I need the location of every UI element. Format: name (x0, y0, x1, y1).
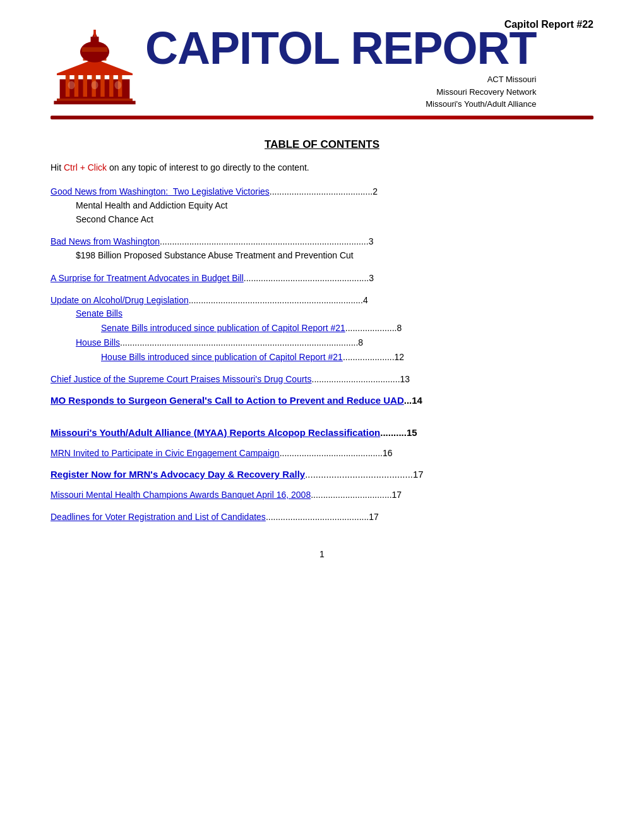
toc-link-9[interactable]: Register Now for MRN's Advocacy Day & Re… (51, 469, 305, 480)
toc-page-10: 17 (392, 490, 402, 500)
toc-link-6[interactable]: MO Responds to Surgeon General's Call to… (51, 395, 404, 406)
toc-entry-1: Good News from Washington: Two Legislati… (51, 185, 593, 227)
toc-dots-1: ........................................… (270, 186, 373, 196)
red-divider (51, 116, 593, 119)
toc-sub-1: Mental Health and Addiction Equity Act S… (76, 198, 593, 227)
instruction-after: on any topic of interest to go directly … (107, 162, 309, 172)
toc-dots-5: .................................... (312, 374, 400, 384)
page-number: 1 (51, 549, 593, 559)
toc-entry-5: Chief Justice of the Supreme Court Prais… (51, 373, 593, 386)
svg-rect-14 (93, 30, 96, 37)
svg-rect-6 (109, 73, 113, 97)
toc-link-7[interactable]: Missouri's Youth/Adult Alliance (MYAA) R… (51, 427, 380, 438)
toc-entry-6: MO Responds to Surgeon General's Call to… (51, 395, 593, 406)
svg-rect-11 (82, 47, 108, 52)
svg-point-17 (68, 81, 75, 89)
instruction-before: Hit (51, 162, 64, 172)
toc-entry-7: Missouri's Youth/Adult Alliance (MYAA) R… (51, 427, 593, 438)
toc-page-11: 17 (369, 512, 379, 522)
toc-page-5: 13 (400, 374, 410, 384)
toc-page-8: 16 (383, 448, 393, 458)
svg-rect-3 (83, 73, 87, 97)
toc-page-4c: 8 (358, 337, 363, 348)
toc-link-1[interactable]: Good News from Washington: Two Legislati… (51, 186, 270, 196)
toc-link-4c[interactable]: House Bills (76, 337, 120, 348)
toc-entry-10: Missouri Mental Health Champions Awards … (51, 488, 593, 502)
toc-page-1: 2 (373, 186, 378, 196)
toc-dots-4d: ..................... (343, 352, 395, 362)
main-title: CAPITOL REPORT (145, 25, 536, 71)
toc-page-2: 3 (369, 236, 374, 246)
org-names: ACT Missouri Missouri Recovery Network M… (426, 73, 536, 111)
toc-link-4b[interactable]: Senate Bills introduced since publicatio… (101, 323, 345, 333)
toc-entry-3: A Surprise for Treatment Advocates in Bu… (51, 272, 593, 285)
toc-link-4[interactable]: Update on Alcohol/Drug Legislation (51, 295, 189, 305)
toc-dots-7: .......... (380, 427, 407, 438)
svg-rect-12 (91, 37, 99, 42)
header: Capitol Report #22 (51, 19, 593, 119)
report-number: Capitol Report #22 (504, 19, 593, 30)
toc-entry-2: Bad News from Washington................… (51, 235, 593, 262)
toc-link-11[interactable]: Deadlines for Voter Registration and Lis… (51, 512, 266, 522)
toc-link-3[interactable]: A Surprise for Treatment Advocates in Bu… (51, 273, 244, 283)
logo-area: CAPITOL REPORT ACT Missouri Missouri Rec… (51, 25, 536, 111)
spacer1 (51, 414, 593, 427)
toc-page-3: 3 (369, 273, 374, 283)
capitol-logo-icon (51, 30, 139, 106)
toc-page-4b: 8 (397, 323, 402, 333)
page: Capitol Report #22 (0, 0, 644, 834)
svg-rect-5 (100, 73, 104, 97)
toc-dots-2: ........................................… (160, 236, 369, 246)
title-block: CAPITOL REPORT ACT Missouri Missouri Rec… (145, 25, 536, 111)
toc-dots-4: ........................................… (189, 295, 363, 305)
toc-dots-9: ........................................… (305, 469, 413, 480)
toc-sub-item-1b: Second Chance Act (76, 212, 593, 226)
toc-dots-4b: ..................... (345, 323, 397, 333)
toc-entry-11: Deadlines for Voter Registration and Lis… (51, 511, 593, 524)
toc-page-6: 14 (412, 395, 422, 406)
toc-link-5[interactable]: Chief Justice of the Supreme Court Prais… (51, 374, 312, 384)
toc-page-9: 17 (413, 469, 424, 480)
toc-dots-11: ........................................… (266, 512, 369, 522)
toc-link-4d[interactable]: House Bills introduced since publication… (101, 352, 343, 362)
toc-sub-item-2a: $198 Billion Proposed Substance Abuse Tr… (76, 248, 593, 262)
toc-dots-4c: ........................................… (120, 337, 358, 348)
ctrl-click-text: Ctrl + Click (64, 162, 107, 172)
svg-rect-2 (75, 73, 78, 97)
toc-page-7: 15 (407, 427, 417, 438)
toc-link-8[interactable]: MRN Invited to Participate in Civic Enga… (51, 448, 280, 458)
toc-nested-4: Senate Bills Senate Bills introduced sin… (76, 307, 593, 364)
org2-label: Missouri Recovery Network (426, 86, 536, 99)
toc-dots-10: ................................. (311, 490, 391, 500)
toc-title: TABLE OF CONTENTS (51, 138, 593, 151)
svg-point-18 (91, 81, 98, 89)
toc-dots-6: ... (404, 395, 412, 406)
toc-sub-item-1a: Mental Health and Addiction Equity Act (76, 198, 593, 212)
toc-entry-4: Update on Alcohol/Drug Legislation......… (51, 294, 593, 364)
toc-dots-8: ........................................… (280, 448, 383, 458)
toc-sub-2: $198 Billion Proposed Substance Abuse Tr… (76, 248, 593, 262)
toc-section: TABLE OF CONTENTS Hit Ctrl + Click on an… (51, 138, 593, 524)
org1-label: ACT Missouri (426, 73, 536, 86)
toc-instruction: Hit Ctrl + Click on any topic of interes… (51, 162, 593, 172)
toc-dots-3: ........................................… (244, 273, 369, 283)
toc-entry-9: Register Now for MRN's Advocacy Day & Re… (51, 469, 593, 480)
toc-link-4a[interactable]: Senate Bills (76, 308, 122, 318)
svg-rect-16 (54, 101, 135, 105)
org3-label: Missouri's Youth/Adult Alliance (426, 98, 536, 111)
toc-link-10[interactable]: Missouri Mental Health Champions Awards … (51, 490, 311, 500)
svg-point-19 (114, 81, 121, 89)
toc-entry-8: MRN Invited to Participate in Civic Enga… (51, 447, 593, 460)
toc-link-2[interactable]: Bad News from Washington (51, 236, 160, 246)
toc-page-4d: 12 (395, 352, 405, 362)
toc-page-4: 4 (363, 295, 368, 305)
